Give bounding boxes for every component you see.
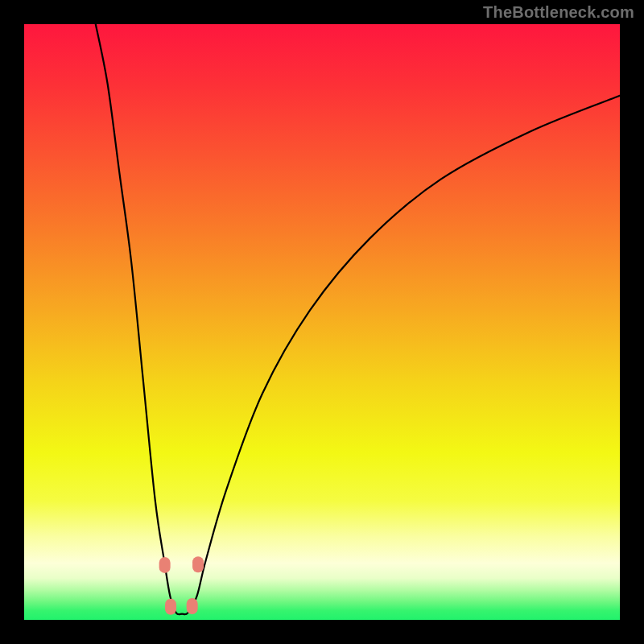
curve-marker [159, 557, 171, 573]
chart-frame: TheBottleneck.com [0, 0, 644, 644]
curve-marker [165, 599, 176, 615]
curve-markers [24, 24, 620, 620]
curve-marker [192, 556, 204, 572]
curve-marker [187, 598, 198, 614]
plot-area [24, 24, 620, 620]
watermark-text: TheBottleneck.com [483, 3, 634, 22]
